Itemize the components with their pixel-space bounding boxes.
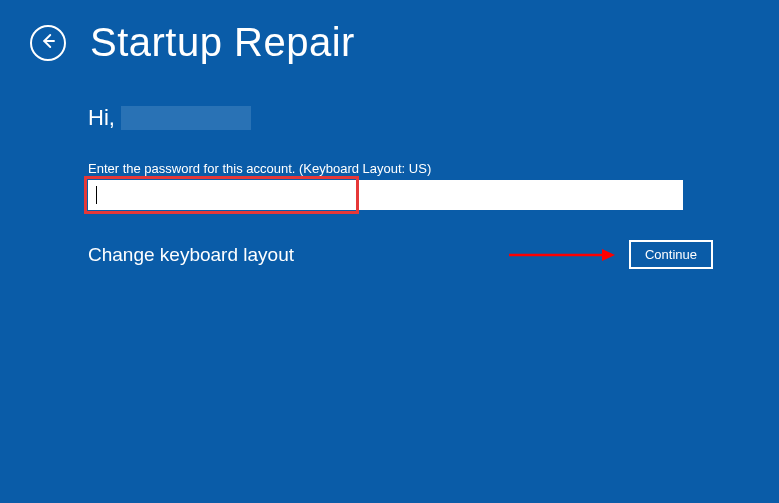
greeting: Hi,: [88, 105, 691, 131]
greeting-prefix: Hi,: [88, 105, 115, 131]
change-keyboard-layout-link[interactable]: Change keyboard layout: [88, 244, 294, 266]
text-cursor: [96, 186, 97, 204]
page-title: Startup Repair: [90, 20, 355, 65]
annotation-arrow-icon: [507, 245, 617, 265]
password-label: Enter the password for this account. (Ke…: [88, 161, 691, 176]
header: Startup Repair: [0, 0, 779, 75]
bottom-row: Change keyboard layout Continue: [88, 240, 713, 269]
svg-marker-2: [602, 249, 615, 261]
back-arrow-icon: [39, 32, 57, 54]
password-field-wrapper: [88, 180, 691, 210]
greeting-username: [121, 106, 251, 130]
right-controls: Continue: [507, 240, 713, 269]
continue-button[interactable]: Continue: [629, 240, 713, 269]
back-button[interactable]: [30, 25, 66, 61]
main-content: Hi, Enter the password for this account.…: [0, 75, 779, 269]
password-input[interactable]: [88, 180, 683, 210]
